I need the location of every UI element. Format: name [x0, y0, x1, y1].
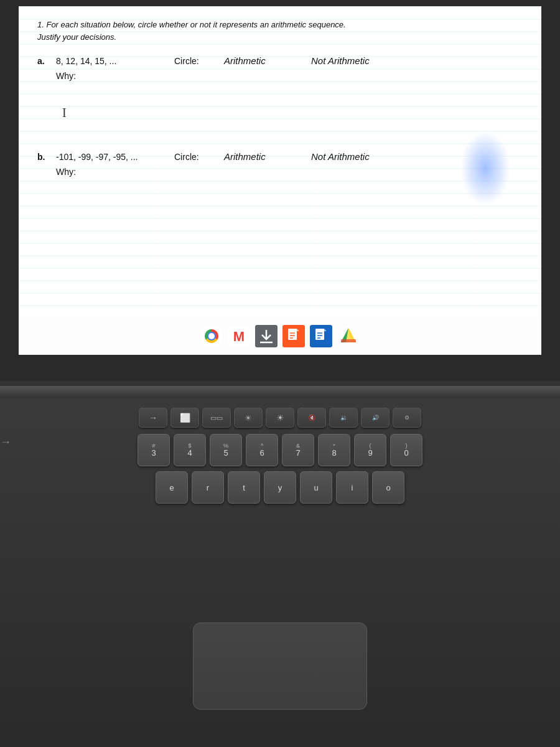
key-lparen-9[interactable]: ( 9 — [354, 434, 386, 466]
trackpad[interactable] — [193, 622, 367, 710]
problem-b-why-label: Why: — [56, 167, 76, 177]
text-cursor: I — [62, 106, 67, 120]
problem-b-not-arithmetic[interactable]: Not Arithmetic — [311, 151, 370, 162]
problem-b-row: b. -101, -99, -97, -95, ... Circle: Arit… — [37, 151, 523, 162]
chrome-taskbar-icon[interactable] — [200, 325, 223, 347]
key-main-char: e — [169, 484, 174, 492]
problem-a-not-arithmetic[interactable]: Not Arithmetic — [311, 55, 370, 66]
brightness-up-key[interactable]: ☀ — [266, 408, 294, 428]
key-rparen-0[interactable]: ) 0 — [390, 434, 422, 466]
key-t[interactable]: t — [228, 471, 260, 504]
key-main-char: r — [207, 484, 209, 492]
key-o[interactable]: o — [372, 471, 404, 504]
keyboard: → ⬜ ▭▭ ☀ ☀ 🔇 🔉 🔊 ⚙ # 3 $ 4 % 5 ^ 6 & 7 — [12, 398, 548, 735]
file-taskbar-icon[interactable] — [282, 325, 305, 347]
window-key[interactable]: ⬜ — [170, 408, 199, 428]
gmail-taskbar-icon[interactable]: M — [228, 325, 250, 347]
laptop-screen: 1. For each situation below, circle whet… — [19, 6, 541, 355]
vol-down-key[interactable]: 🔉 — [329, 408, 358, 428]
laptop-screen-bezel: 1. For each situation below, circle whet… — [0, 0, 560, 386]
problem-a-arithmetic[interactable]: Arithmetic — [224, 55, 305, 66]
vol-up-key[interactable]: 🔊 — [361, 408, 390, 428]
key-main-char: i — [352, 484, 353, 492]
key-hash-3[interactable]: # 3 — [138, 434, 170, 466]
key-main-char: y — [278, 484, 282, 492]
letter-key-row: e r t y u i o — [12, 471, 548, 504]
refresh-key[interactable]: → — [139, 408, 167, 428]
instruction-text: 1. For each situation below, circle whet… — [37, 19, 523, 43]
key-main-char: t — [243, 484, 245, 492]
problem-b-sequence: -101, -99, -97, -95, ... — [56, 152, 168, 162]
key-main-char: 3 — [151, 449, 156, 457]
key-main-char: o — [386, 484, 390, 492]
windows-key[interactable]: ▭▭ — [202, 408, 231, 428]
problem-a-sequence: 8, 12, 14, 15, ... — [56, 56, 168, 66]
settings-key[interactable]: ⚙ — [393, 408, 421, 428]
key-y[interactable]: y — [264, 471, 296, 504]
instruction-line1: 1. For each situation below, circle whet… — [37, 20, 346, 29]
key-main-char: u — [314, 484, 318, 492]
problem-a-why-label: Why: — [56, 71, 76, 81]
cursor-symbol: I — [62, 106, 67, 120]
key-e[interactable]: e — [156, 471, 188, 504]
svg-text:M: M — [233, 329, 245, 344]
problem-b-circle-label: Circle: — [174, 152, 218, 162]
taskbar: M — [19, 317, 541, 355]
svg-point-3 — [208, 333, 215, 339]
download-taskbar-icon[interactable] — [255, 325, 278, 347]
instruction-line2: Justify your decisions. — [37, 32, 116, 42]
problem-b-why-row: Why: — [56, 167, 523, 177]
laptop-hinge — [0, 386, 560, 398]
key-star-8[interactable]: * 8 — [318, 434, 350, 466]
drive-taskbar-icon[interactable] — [337, 325, 360, 347]
brightness-down-key[interactable]: ☀ — [234, 408, 263, 428]
key-dollar-4[interactable]: $ 4 — [174, 434, 206, 466]
problem-a-label: a. — [37, 56, 50, 66]
key-u[interactable]: u — [300, 471, 332, 504]
key-main-char: 4 — [187, 449, 192, 457]
key-i[interactable]: i — [336, 471, 368, 504]
docs-taskbar-icon[interactable] — [310, 325, 332, 347]
key-main-char: 5 — [223, 449, 228, 457]
problem-a-circle-label: Circle: — [174, 56, 218, 66]
key-main-char: 7 — [296, 449, 300, 457]
left-arrow-indicator: → — [0, 436, 11, 449]
instruction-block: 1. For each situation below, circle whet… — [37, 19, 523, 43]
key-amp-7[interactable]: & 7 — [282, 434, 314, 466]
problem-b-arithmetic[interactable]: Arithmetic — [224, 151, 305, 162]
key-main-char: 0 — [404, 449, 408, 457]
mute-key[interactable]: 🔇 — [297, 408, 326, 428]
key-main-char: 8 — [332, 449, 336, 457]
problem-a-why-row: Why: — [56, 71, 523, 81]
number-key-row: # 3 $ 4 % 5 ^ 6 & 7 * 8 ( 9 ) 0 — [12, 434, 548, 466]
problem-b-label: b. — [37, 152, 50, 162]
problem-a-row: a. 8, 12, 14, 15, ... Circle: Arithmetic… — [37, 55, 523, 66]
key-percent-5[interactable]: % 5 — [210, 434, 242, 466]
key-main-char: 6 — [259, 449, 264, 457]
key-main-char: 9 — [368, 449, 372, 457]
worksheet: 1. For each situation below, circle whet… — [19, 6, 541, 317]
svg-rect-27 — [341, 339, 356, 342]
key-caret-6[interactable]: ^ 6 — [246, 434, 278, 466]
function-key-row: → ⬜ ▭▭ ☀ ☀ 🔇 🔉 🔊 ⚙ — [12, 398, 548, 428]
key-r[interactable]: r — [192, 471, 224, 504]
